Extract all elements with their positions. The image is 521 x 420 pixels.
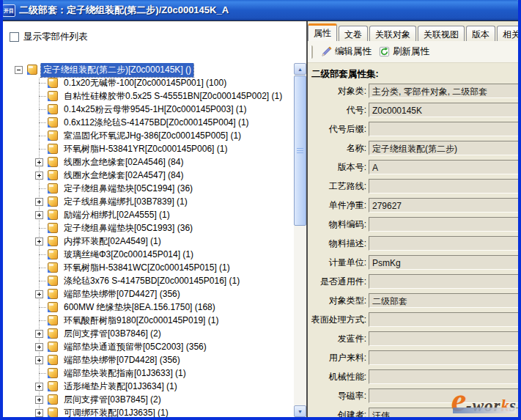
tree-item[interactable]: 环氧酸酐树脂9180[Z0c000145P019] (1) xyxy=(4,314,306,327)
tree-scrollbar[interactable]: ▲ ▼ xyxy=(294,63,306,417)
tree-item[interactable]: 端部垫块通道预留带[05C2003] (356) xyxy=(4,340,306,353)
property-value-field[interactable]: 主分类, 零部件对象, 二级部套 xyxy=(369,84,518,98)
property-row: 创建者:汪伟 xyxy=(308,408,518,417)
tree-item[interactable]: 层间支撑管[03B7845] (2) xyxy=(4,393,306,406)
expand-plus-icon[interactable] xyxy=(35,211,43,219)
property-value-field[interactable]: 定子绕组装配(第二步) xyxy=(369,141,518,155)
tree-item[interactable]: 涤纶毡3x76 S-41475BD[Z0c000145P016] (1) xyxy=(4,274,306,287)
property-row: 物料描述: xyxy=(308,236,518,251)
tree-root-item[interactable]: 定子绕组装配(第二步)[Z0c000145K] () xyxy=(4,63,306,76)
tree-item[interactable]: 端部垫块绑带[07D4427] (356) xyxy=(4,287,306,301)
tree-item[interactable]: 0.1x20无碱带-100[Z0c000145P001] (100) xyxy=(4,76,306,89)
property-value-field[interactable] xyxy=(369,274,518,289)
property-value-field[interactable] xyxy=(369,179,518,194)
tree-item-label: 内撑环装配[02A4549] (1) xyxy=(62,235,163,248)
tree-item[interactable]: 定子绕组鼻端垫块[05C1993] (36) xyxy=(4,221,306,235)
tab-4[interactable]: 版本 xyxy=(466,26,495,41)
property-value-field[interactable]: 279627 xyxy=(369,198,518,213)
property-label: 工艺路线: xyxy=(308,180,369,193)
property-value-field[interactable] xyxy=(369,369,518,384)
tree-item-label: 涤纶毡3x76 S-41475BD[Z0c000145P016] (1) xyxy=(62,274,242,288)
tab-3[interactable]: 关联视图 xyxy=(418,26,465,41)
edit-properties-button[interactable]: 编辑属性 xyxy=(317,44,375,59)
expand-plus-icon[interactable] xyxy=(35,330,43,338)
tree-item[interactable]: 定子线组鼻端绑扎[03B7839] (1) xyxy=(4,195,306,208)
tree-item[interactable]: 线圈水盒绝缘套[02A4547] (84) xyxy=(4,169,306,182)
tab-bar: 属性文卷关联对象关联视图版本相关EBOM xyxy=(308,21,518,41)
expand-plus-icon[interactable] xyxy=(35,198,43,206)
part-document-icon xyxy=(48,315,58,325)
window-title: 二级部套：定子绕组装配(第二步)/Z0c000145K_A xyxy=(19,4,229,17)
tree-connector-stub xyxy=(39,83,46,84)
tree-item-label: 端部垫块绑带[07D4428] (356) xyxy=(62,353,182,367)
tree-item[interactable]: 室温固化环氧泥JHg-386[Z0c000145P005] (1) xyxy=(4,129,306,142)
property-value-field[interactable] xyxy=(369,331,518,346)
part-document-icon xyxy=(48,408,58,417)
tree-item[interactable]: 线圈水盒绝缘套[02A4546] (84) xyxy=(4,155,306,169)
property-label: 表面处理方式: xyxy=(308,314,369,326)
tree-item[interactable]: 玻璃丝绳Φ3[Z0c000145P014] (1) xyxy=(4,248,306,261)
part-document-icon xyxy=(48,210,58,220)
part-document-icon xyxy=(48,196,58,207)
tab-0[interactable]: 属性 xyxy=(308,23,337,41)
part-document-icon xyxy=(48,78,58,88)
tree-item[interactable]: 600MW 绝缘垫块[8EA.156.1750] (168) xyxy=(4,301,306,314)
property-label: 代号后缀: xyxy=(308,123,369,136)
tab-2[interactable]: 关联对象 xyxy=(369,26,416,41)
property-value-field[interactable] xyxy=(369,388,518,403)
scrollbar-thumb[interactable] xyxy=(294,75,306,226)
tree-item[interactable]: 定子绕组鼻端垫块[05C1994] (36) xyxy=(4,182,306,195)
property-value-field[interactable] xyxy=(369,236,518,251)
tree-item[interactable]: 层间支撑管[03B7846] (2) xyxy=(4,327,306,340)
tree-item[interactable]: 端部垫块绑带[07D4428] (356) xyxy=(4,353,306,366)
expand-plus-icon[interactable] xyxy=(35,396,43,404)
property-row: 用户来料: xyxy=(308,350,518,365)
show-parts-list-checkbox[interactable] xyxy=(10,32,19,42)
tree-item[interactable]: 适形绳垫片装配[01J3634] (1) xyxy=(4,380,306,393)
property-value-field[interactable]: PsmKg xyxy=(369,255,518,270)
scrollbar-track[interactable] xyxy=(294,75,306,405)
property-row: 对象类型:二级部套 xyxy=(308,293,518,308)
tree-item[interactable]: 自粘性硅橡胶带0.5x25 S-45551BN[Z0c000145P002] (… xyxy=(4,89,306,103)
tree-item-label: 环氧酸酐树脂9180[Z0c000145P019] (1) xyxy=(62,314,221,328)
expand-plus-icon[interactable] xyxy=(35,383,43,391)
tree-item[interactable]: 0.6x112涤纶毡S-41475BD[Z0c000145P004] (1) xyxy=(4,116,306,129)
property-value-field[interactable] xyxy=(369,217,518,232)
tree-item[interactable]: 环氧树脂H-53841WC[Z0c000145P015] (1) xyxy=(4,261,306,274)
collapse-minus-icon[interactable] xyxy=(15,66,23,74)
expand-plus-icon[interactable] xyxy=(35,172,43,180)
property-value-field[interactable]: 汪伟 xyxy=(369,408,518,417)
property-value-field[interactable]: A xyxy=(369,160,518,174)
show-parts-list-toggle[interactable]: 显示零部件列表 xyxy=(10,31,88,43)
edit-properties-label: 编辑属性 xyxy=(335,45,372,58)
tree-item[interactable]: 可调绑环装配[01J3635] (1) xyxy=(4,406,306,417)
tree-connector-stub xyxy=(39,281,46,281)
scroll-down-button[interactable]: ▼ xyxy=(294,405,306,417)
property-value-field[interactable]: Z0c000145K xyxy=(369,103,518,117)
property-value-field[interactable] xyxy=(369,350,518,365)
expand-plus-icon[interactable] xyxy=(35,409,43,417)
expand-plus-icon[interactable] xyxy=(35,237,43,246)
tree-item[interactable]: 内撑环装配[02A4549] (1) xyxy=(4,235,306,248)
property-row: 表面处理方式: xyxy=(308,312,518,327)
expand-plus-icon[interactable] xyxy=(35,343,43,351)
expand-plus-icon[interactable] xyxy=(35,356,43,364)
expand-plus-icon[interactable] xyxy=(35,158,43,166)
tree-item-label: 层间支撑管[03B7845] (2) xyxy=(62,393,163,407)
part-document-icon xyxy=(48,262,58,273)
refresh-properties-button[interactable]: 刷新属性 xyxy=(375,44,433,59)
property-value-field[interactable]: 二级部套 xyxy=(369,293,518,308)
tree-item-label: 线圈水盒绝缘套[02A4546] (84) xyxy=(62,155,185,169)
tab-1[interactable]: 文卷 xyxy=(339,26,368,41)
tree-item[interactable]: 0.14x25粉云母带9545-1H[Z0c000145P003] (1) xyxy=(4,103,306,116)
property-label: 单件净重: xyxy=(308,199,369,212)
property-row: 发蓝件: xyxy=(308,331,518,346)
property-value-field[interactable] xyxy=(369,312,518,327)
tab-5[interactable]: 相关EBOM xyxy=(497,26,518,41)
tree-item[interactable]: 环氧树脂H-53841YR[Z0c000145P006] (1) xyxy=(4,142,306,155)
scroll-up-button[interactable]: ▲ xyxy=(294,63,306,75)
property-value-field[interactable] xyxy=(369,122,518,136)
tree-item[interactable]: 端部垫块装配指南[01J3633] (1) xyxy=(4,366,306,380)
expand-plus-icon[interactable] xyxy=(35,290,43,298)
tree-item[interactable]: 励端分相绑扎[02A4555] (1) xyxy=(4,208,306,221)
